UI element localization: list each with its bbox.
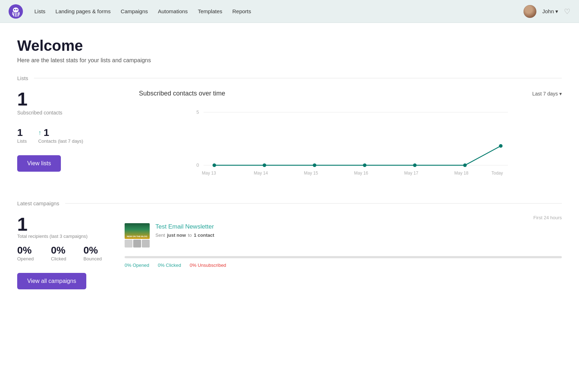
lists-section: 1 Subscribed contacts 1 Lists ↑ 1 Contac… — [17, 90, 562, 183]
campaign-card-area: First 24 hours NEW ON THE BLOG T — [125, 215, 562, 268]
nav-lists[interactable]: Lists — [34, 8, 45, 14]
svg-point-8 — [213, 163, 216, 167]
total-recipients-count: 1 — [17, 215, 125, 234]
chevron-down-icon: ▾ — [559, 91, 562, 97]
bounced-stat: 0% Bounced — [83, 245, 102, 261]
contacts-label: Contacts (last 7 days) — [38, 138, 83, 144]
campaign-bars: 0% Opened 0% Clicked 0% Unsubscribed — [125, 256, 562, 268]
meta-prefix: Sent — [155, 232, 165, 238]
subscribed-chart: 5 0 May 13 May 14 May 15 May 16 — [139, 103, 562, 182]
campaigns-section-header: Latest campaigns — [17, 200, 562, 206]
svg-text:0: 0 — [197, 162, 199, 168]
svg-point-1 — [13, 8, 19, 13]
nav-automations[interactable]: Automations — [158, 8, 188, 14]
svg-text:May 13: May 13 — [202, 171, 216, 176]
svg-text:May 14: May 14 — [254, 171, 268, 176]
campaign-thumbnail: NEW ON THE BLOG — [125, 223, 150, 248]
nav-links: Lists Landing pages & forms Campaigns Au… — [34, 8, 523, 14]
nav-campaigns[interactable]: Campaigns — [121, 8, 148, 14]
svg-text:5: 5 — [197, 109, 199, 115]
clicked-stat: 0% Clicked — [51, 245, 66, 261]
meta-time: just now — [167, 232, 186, 238]
bar-clicked-label: 0% Clicked — [158, 263, 181, 268]
chart-title: Subscribed contacts over time — [139, 90, 225, 97]
campaigns-section: 1 Total recipients (last 3 campaigns) 0%… — [17, 215, 562, 289]
navbar: Lists Landing pages & forms Campaigns Au… — [0, 0, 579, 23]
lists-count: 1 — [17, 127, 27, 138]
campaign-name[interactable]: Test Email Newsletter — [155, 223, 214, 230]
view-lists-button[interactable]: View lists — [17, 155, 61, 172]
meta-to: to — [188, 232, 192, 238]
svg-text:May 18: May 18 — [454, 171, 469, 176]
bar-track — [125, 256, 562, 258]
page-subtitle: Here are the latest stats for your lists… — [17, 57, 562, 64]
campaign-info: Test Email Newsletter Sent just now to 1… — [155, 223, 214, 238]
chart-header: Subscribed contacts over time Last 7 day… — [139, 90, 562, 97]
chart-area: Subscribed contacts over time Last 7 day… — [125, 90, 562, 183]
view-campaigns-button[interactable]: View all campaigns — [17, 273, 86, 289]
opened-stat: 0% Opened — [17, 245, 34, 261]
contacts-count: 1 — [44, 127, 49, 138]
svg-point-2 — [14, 9, 15, 10]
section-divider-2 — [65, 203, 562, 204]
pct-stats: 0% Opened 0% Clicked 0% Bounced — [17, 245, 125, 261]
campaign-left-stats: 1 Total recipients (last 3 campaigns) 0%… — [17, 215, 125, 289]
avatar — [523, 5, 536, 18]
heart-icon[interactable]: ♡ — [564, 7, 570, 16]
subscribed-count: 1 — [17, 90, 125, 108]
main-content: Welcome Here are the latest stats for yo… — [0, 23, 579, 392]
arrow-up-icon: ↑ — [38, 129, 42, 137]
svg-text:Today: Today — [491, 171, 503, 176]
meta-contacts: 1 contact — [194, 232, 214, 238]
subscribed-label: Subscribed contacts — [17, 110, 125, 116]
user-menu[interactable]: John ▾ — [542, 8, 558, 15]
svg-point-10 — [313, 163, 317, 167]
svg-point-14 — [499, 144, 503, 148]
bounced-label: Bounced — [83, 256, 102, 261]
svg-text:May 16: May 16 — [354, 171, 368, 176]
svg-point-3 — [16, 9, 18, 10]
section-divider — [34, 78, 562, 78]
chart-period-selector[interactable]: Last 7 days ▾ — [532, 91, 562, 97]
svg-point-11 — [363, 163, 367, 167]
nav-reports[interactable]: Reports — [232, 8, 251, 14]
logo[interactable] — [9, 4, 23, 19]
campaign-meta: Sent just now to 1 contact — [155, 232, 214, 238]
first24-label: First 24 hours — [125, 215, 562, 220]
lists-section-header: Lists — [17, 75, 562, 81]
campaign-card: NEW ON THE BLOG Test Email Newsletter Se… — [125, 223, 562, 248]
svg-point-9 — [263, 163, 266, 167]
svg-point-12 — [413, 163, 417, 167]
clicked-label: Clicked — [51, 256, 66, 261]
mini-stats: 1 Lists ↑ 1 Contacts (last 7 days) — [17, 127, 125, 144]
nav-landing[interactable]: Landing pages & forms — [56, 8, 111, 14]
thumb-strip — [125, 240, 150, 248]
contacts-mini-stat: ↑ 1 Contacts (last 7 days) — [38, 127, 83, 144]
bar-unsubscribed-label: 0% Unsubscribed — [190, 263, 226, 268]
opened-pct: 0% — [17, 245, 34, 256]
lists-stats: 1 Subscribed contacts 1 Lists ↑ 1 Contac… — [17, 90, 125, 183]
thumb-main-image: NEW ON THE BLOG — [125, 223, 150, 239]
chevron-down-icon: ▾ — [555, 8, 558, 15]
bar-labels: 0% Opened 0% Clicked 0% Unsubscribed — [125, 263, 562, 268]
page-title: Welcome — [17, 37, 562, 54]
navbar-right: John ▾ ♡ — [523, 5, 570, 18]
lists-section-label: Lists — [17, 75, 28, 81]
svg-text:May 17: May 17 — [404, 171, 419, 176]
bar-opened-label: 0% Opened — [125, 263, 149, 268]
lists-mini-stat: 1 Lists — [17, 127, 27, 144]
campaigns-section-label: Latest campaigns — [17, 200, 59, 206]
bounced-pct: 0% — [83, 245, 102, 256]
svg-point-13 — [463, 163, 467, 167]
total-recipients-label: Total recipients (last 3 campaigns) — [17, 234, 125, 239]
clicked-pct: 0% — [51, 245, 66, 256]
svg-text:May 15: May 15 — [304, 171, 318, 176]
lists-label: Lists — [17, 138, 27, 144]
nav-templates[interactable]: Templates — [198, 8, 222, 14]
opened-label: Opened — [17, 256, 34, 261]
